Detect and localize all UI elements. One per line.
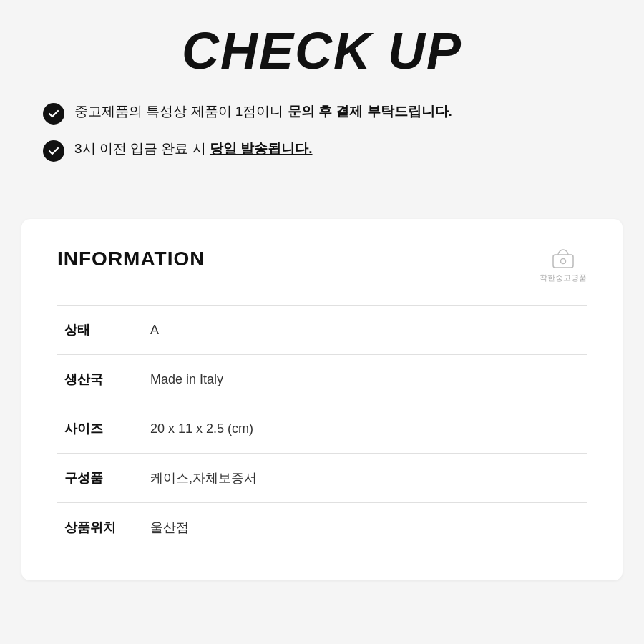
info-card: INFORMATION 착한중고명품 상태 A 생산국 Made in Ital… xyxy=(21,219,623,580)
table-row: 생산국 Made in Italy xyxy=(57,355,587,404)
table-row: 상태 A xyxy=(57,306,587,355)
brand-logo: 착한중고명품 xyxy=(540,248,587,283)
table-row: 상품위치 울산점 xyxy=(57,503,587,552)
row-label-2: 사이즈 xyxy=(57,404,143,454)
info-title: INFORMATION xyxy=(57,248,205,270)
svg-rect-0 xyxy=(553,255,573,268)
row-label-3: 구성품 xyxy=(57,454,143,503)
check-icon-1 xyxy=(43,103,64,125)
checklist-text-1: 중고제품의 특성상 제품이 1점이니 문의 후 결제 부탁드립니다. xyxy=(74,102,452,122)
brand-logo-icon xyxy=(549,248,577,270)
checklist-bold-2: 당일 발송됩니다. xyxy=(210,141,313,156)
row-label-4: 상품위치 xyxy=(57,503,143,552)
table-row: 사이즈 20 x 11 x 2.5 (cm) xyxy=(57,404,587,454)
row-value-3: 케이스,자체보증서 xyxy=(143,454,587,503)
info-table: 상태 A 생산국 Made in Italy 사이즈 20 x 11 x 2.5… xyxy=(57,305,587,552)
svg-point-1 xyxy=(561,259,566,264)
checklist-bold-1: 문의 후 결제 부탁드립니다. xyxy=(288,104,452,119)
row-value-0: A xyxy=(143,306,587,355)
header-section: CHECK UP 중고제품의 특성상 제품이 1점이니 문의 후 결제 부탁드립… xyxy=(0,0,644,205)
checklist-item-2: 3시 이전 입금 완료 시 당일 발송됩니다. xyxy=(43,139,601,162)
main-title: CHECK UP xyxy=(29,21,615,80)
row-value-2: 20 x 11 x 2.5 (cm) xyxy=(143,404,587,454)
table-row: 구성품 케이스,자체보증서 xyxy=(57,454,587,503)
check-icon-2 xyxy=(43,140,64,162)
row-value-1: Made in Italy xyxy=(143,355,587,404)
checklist: 중고제품의 특성상 제품이 1점이니 문의 후 결제 부탁드립니다. 3시 이전… xyxy=(29,102,615,162)
row-label-1: 생산국 xyxy=(57,355,143,404)
brand-name: 착한중고명품 xyxy=(540,273,587,283)
row-value-4: 울산점 xyxy=(143,503,587,552)
checklist-text-2: 3시 이전 입금 완료 시 당일 발송됩니다. xyxy=(74,139,313,160)
info-header: INFORMATION 착한중고명품 xyxy=(57,248,587,283)
checklist-item-1: 중고제품의 특성상 제품이 1점이니 문의 후 결제 부탁드립니다. xyxy=(43,102,601,125)
row-label-0: 상태 xyxy=(57,306,143,355)
